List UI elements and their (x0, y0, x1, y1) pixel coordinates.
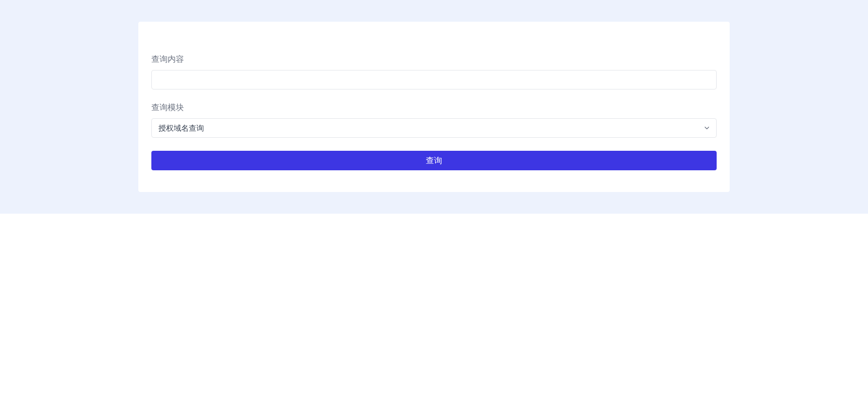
page-background: 查询内容 查询模块 授权域名查询 查询 (0, 0, 868, 214)
query-module-select[interactable]: 授权域名查询 (151, 118, 717, 138)
query-module-label: 查询模块 (151, 103, 717, 113)
query-content-group: 查询内容 (151, 54, 717, 89)
query-form-card: 查询内容 查询模块 授权域名查询 查询 (138, 22, 730, 192)
query-module-group: 查询模块 授权域名查询 (151, 103, 717, 138)
submit-button[interactable]: 查询 (151, 151, 717, 170)
query-content-input[interactable] (151, 70, 717, 89)
query-content-label: 查询内容 (151, 54, 717, 65)
